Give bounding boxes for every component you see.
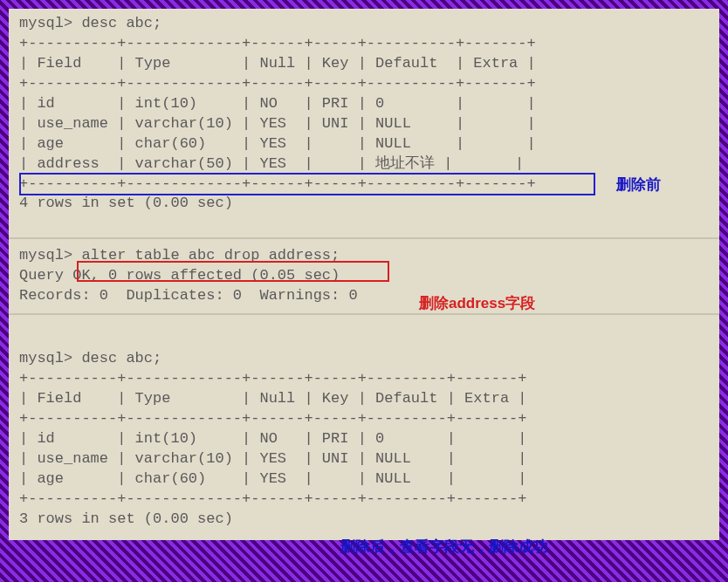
- table1-row-address: | address | varchar(50) | YES | | 地址不详 |…: [19, 154, 709, 175]
- blank-line-2: [19, 329, 709, 349]
- table1-result: 4 rows in set (0.00 sec): [19, 194, 709, 214]
- table2-row-age: | age | char(60) | YES | | NULL | |: [19, 469, 709, 490]
- table1-row-age: | age | char(60) | YES | | NULL | |: [19, 134, 709, 154]
- table2-row-use-name: | use_name | varchar(10) | YES | UNI | N…: [19, 449, 709, 469]
- annotation-delete-field: 删除address字段: [419, 293, 535, 313]
- annotation-after-delete: 删除后，查看字段无，删除成功: [340, 537, 548, 557]
- desc-abc-cmd-2: mysql> desc abc;: [19, 349, 709, 369]
- table2-header: | Field | Type | Null | Key | Default | …: [19, 389, 709, 409]
- table2-result: 3 rows in set (0.00 sec): [19, 510, 709, 530]
- table1-border-top: +----------+-------------+------+-----+-…: [19, 34, 709, 54]
- table2-border-bot: +----------+-------------+------+-----+-…: [19, 490, 709, 510]
- blank-line-1: [19, 214, 709, 234]
- alter-records: Records: 0 Duplicates: 0 Warnings: 0: [19, 286, 709, 306]
- highlight-alter-cmd: [77, 261, 389, 282]
- desc-abc-cmd-1: mysql> desc abc;: [19, 14, 709, 34]
- table1-header: | Field | Type | Null | Key | Default | …: [19, 54, 709, 74]
- table1-row-id: | id | int(10) | NO | PRI | 0 | |: [19, 94, 709, 114]
- table1-border-mid: +----------+-------------+------+-----+-…: [19, 74, 709, 94]
- annotation-before-delete: 删除前: [616, 175, 661, 195]
- table1-row-use-name: | use_name | varchar(10) | YES | UNI | N…: [19, 114, 709, 134]
- table2-row-id: | id | int(10) | NO | PRI | 0 | |: [19, 429, 709, 449]
- terminal-container: mysql> desc abc; +----------+-----------…: [9, 9, 719, 540]
- table2-border-mid: +----------+-------------+------+-----+-…: [19, 409, 709, 429]
- table2-border-top: +----------+-------------+------+-----+-…: [19, 369, 709, 389]
- highlight-address-row: [19, 173, 595, 195]
